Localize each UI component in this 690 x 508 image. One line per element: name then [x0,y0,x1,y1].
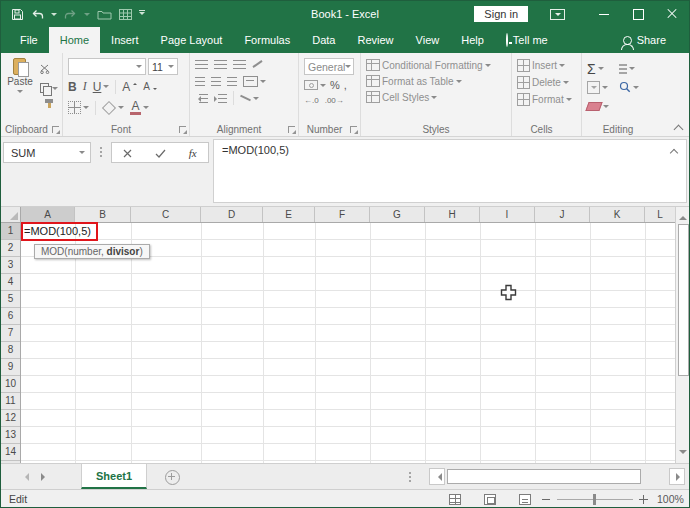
vertical-scrollbar-thumb[interactable] [678,224,689,376]
column-header-h[interactable]: H [425,207,480,222]
column-header-a[interactable]: A [21,207,75,222]
name-box-dropdown-icon[interactable] [79,151,85,157]
align-middle-icon[interactable] [214,60,227,69]
decrease-indent-icon[interactable] [195,94,208,103]
format-cells-button[interactable]: Format [517,93,572,106]
increase-indent-icon[interactable] [214,94,227,103]
collapse-formula-bar-icon[interactable] [671,148,678,155]
row-header-4[interactable]: 4 [1,274,20,291]
font-name-combo[interactable] [68,58,146,75]
vertical-scrollbar[interactable] [675,207,690,463]
autosum-button[interactable]: Σ [587,62,609,76]
find-select-button[interactable] [619,79,639,97]
row-header-11[interactable]: 11 [1,393,20,410]
clipboard-dialog-launcher-icon[interactable] [52,126,59,133]
tab-home[interactable]: Home [49,27,100,53]
zoom-level[interactable]: 100% [657,493,684,505]
confirm-entry-icon[interactable] [155,144,166,162]
insert-cells-button[interactable]: Insert [517,59,572,72]
number-dialog-launcher-icon[interactable] [350,126,357,133]
insert-function-icon[interactable]: fx [189,147,197,159]
sign-in-button[interactable]: Sign in [474,6,528,22]
row-header-13[interactable]: 13 [1,427,20,444]
column-header-j[interactable]: J [535,207,590,222]
normal-view-icon[interactable] [449,494,461,505]
shrink-font-button[interactable]: A [143,81,157,92]
tab-page-layout[interactable]: Page Layout [150,27,234,53]
sheet-tab-sheet1[interactable]: Sheet1 [81,464,147,489]
sort-filter-button[interactable] [619,64,639,74]
next-sheet-icon[interactable] [41,473,49,481]
font-dialog-launcher-icon[interactable] [179,126,186,133]
tab-insert[interactable]: Insert [100,27,150,53]
scroll-up-icon[interactable] [679,212,687,220]
bold-button[interactable]: B [68,80,77,94]
tab-view[interactable]: View [405,27,451,53]
column-header-b[interactable]: B [75,207,131,222]
align-bottom-icon[interactable] [233,60,246,69]
row-header-6[interactable]: 6 [1,308,20,325]
wrap-text-button[interactable] [240,94,259,103]
cell-styles-button[interactable]: Cell Styles [366,91,491,103]
comma-style-button[interactable]: , [344,79,347,91]
align-top-icon[interactable] [195,60,208,69]
font-size-combo[interactable]: 11 [148,58,178,75]
zoom-out-icon[interactable] [542,499,550,500]
increase-decimal-button[interactable]: ←.0 [304,96,319,105]
copy-button[interactable] [40,83,58,94]
scroll-right-icon[interactable] [669,468,685,485]
tab-data[interactable]: Data [301,27,346,53]
row-header-1[interactable]: 1 [1,223,20,240]
format-painter-icon[interactable] [40,99,58,108]
column-header-d[interactable]: D [201,207,263,222]
merge-center-button[interactable] [243,76,266,87]
horizontal-scrollbar-thumb[interactable] [447,469,641,484]
grow-font-button[interactable]: A [122,80,137,94]
row-header-2[interactable]: 2 [1,240,20,257]
cancel-entry-icon[interactable] [123,144,132,162]
align-center-icon[interactable] [211,77,221,86]
formula-bar-splitter-icon[interactable] [100,147,102,149]
close-button[interactable] [655,1,689,27]
cut-icon[interactable] [40,60,58,78]
scroll-left-icon[interactable] [429,468,445,485]
tab-review[interactable]: Review [346,27,404,53]
align-left-icon[interactable] [195,77,205,86]
font-color-button[interactable]: A [130,101,149,115]
page-layout-view-icon[interactable] [484,494,496,505]
minimize-button[interactable] [587,1,621,27]
row-header-8[interactable]: 8 [1,342,20,359]
scroll-down-icon[interactable] [679,450,687,458]
italic-button[interactable]: I [83,79,87,94]
fill-color-button[interactable] [102,101,124,115]
row-header-10[interactable]: 10 [1,376,20,393]
percent-style-button[interactable]: % [330,79,340,91]
formula-input[interactable]: =MOD(100,5) [213,139,687,203]
align-right-icon[interactable] [227,77,237,86]
zoom-in-icon[interactable] [639,499,648,500]
name-box[interactable]: SUM [3,142,91,163]
column-header-i[interactable]: I [480,207,535,222]
delete-cells-button[interactable]: Delete [517,76,572,89]
column-header-e[interactable]: E [263,207,315,222]
decrease-decimal-button[interactable]: .00→ [325,96,344,105]
page-break-view-icon[interactable] [519,494,531,505]
conditional-formatting-button[interactable]: Conditional Formatting [366,59,491,71]
tab-tell-me[interactable]: Tell me [495,27,559,53]
worksheet-grid[interactable]: =MOD(100,5) MOD(number, divisor) [21,223,675,463]
clear-button[interactable] [587,102,609,111]
orientation-icon[interactable] [252,60,262,68]
underline-button[interactable]: U [93,80,110,94]
share-button[interactable]: Share [612,27,677,53]
column-header-l[interactable]: L [645,207,675,222]
row-header-14[interactable]: 14 [1,444,20,461]
row-header-9[interactable]: 9 [1,359,20,376]
select-all-corner[interactable] [1,207,21,223]
row-header-5[interactable]: 5 [1,291,20,308]
column-header-c[interactable]: C [131,207,201,222]
tab-help[interactable]: Help [450,27,495,53]
previous-sheet-icon[interactable] [21,473,29,481]
format-as-table-button[interactable]: Format as Table [366,75,491,87]
zoom-slider-thumb[interactable] [593,494,596,505]
tab-formulas[interactable]: Formulas [233,27,301,53]
